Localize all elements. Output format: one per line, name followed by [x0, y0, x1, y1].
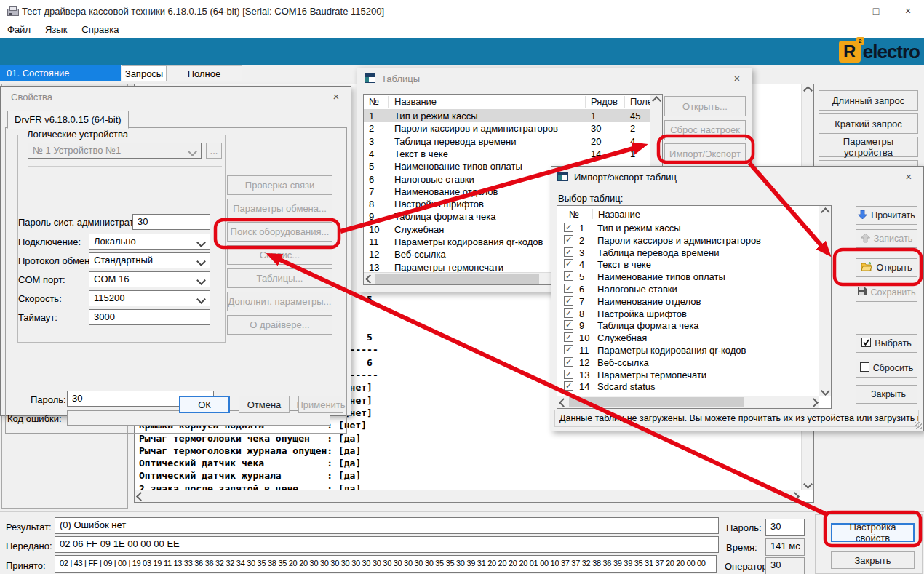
operator-label: Оператор: [725, 561, 770, 572]
table-row[interactable]: 1Тип и режим кассы145 [364, 110, 650, 122]
table-row-rows: 20 [591, 136, 601, 147]
import-button-4[interactable]: Выбрать [856, 334, 917, 353]
minimize-button[interactable]: – [828, 0, 860, 22]
import-table-row[interactable]: ✓3Таблица перевода времени [557, 247, 819, 259]
scroll-down-icon[interactable] [819, 385, 831, 396]
menu-item-1[interactable]: Язык [38, 22, 74, 37]
table-row[interactable]: 3Таблица перевода времени204 [364, 135, 650, 148]
scroll-right-icon[interactable] [808, 396, 819, 408]
import-button-label: Открыть [876, 263, 912, 273]
logical-devices-label: Логические устройства [24, 129, 131, 140]
import-button-5[interactable]: Сбросить [856, 359, 917, 378]
scrollbar-thumb[interactable] [569, 397, 744, 407]
scroll-up-icon[interactable] [819, 206, 831, 218]
checkbox-empty-icon [860, 362, 869, 374]
checkbox-checked-icon[interactable]: ✓ [564, 308, 573, 318]
table-row[interactable]: 4Текст в чеке141 [364, 148, 650, 160]
import-table-row[interactable]: ✓9Таблица формата чека [557, 319, 819, 332]
import-table-row[interactable]: ✓14Sdcard status [557, 380, 819, 393]
checkbox-checked-icon[interactable]: ✓ [564, 235, 573, 244]
import-table-row[interactable]: ✓11Параметры кодирования qr-кодов [557, 344, 819, 356]
driver-version-tab[interactable]: DrvFR v6.18.0.15 (64-bit) [7, 111, 129, 129]
import-table-row[interactable]: ✓7Наименование отделов [557, 295, 819, 308]
import-table-row[interactable]: ✓4Текст в чеке [557, 258, 819, 271]
checkbox-checked-icon[interactable]: ✓ [564, 357, 573, 367]
import-button-2[interactable]: Открыть [856, 258, 917, 277]
device-browse-button[interactable]: ... [206, 143, 222, 159]
table-row-num: 8 [369, 199, 374, 210]
import-button-6[interactable]: Закрыть [856, 385, 917, 404]
checkbox-checked-icon[interactable]: ✓ [564, 332, 573, 342]
resize-grip[interactable] [915, 422, 922, 429]
scroll-right-icon[interactable] [789, 490, 800, 502]
import-table-row[interactable]: ✓2Пароли кассиров и администраторов [557, 234, 819, 247]
import-vscrollbar[interactable] [819, 206, 831, 396]
import-row-num: 8 [579, 308, 584, 319]
table-row-num: 9 [369, 211, 374, 222]
import-table-row[interactable]: ✓1Тип и режим кассы [557, 222, 819, 234]
console-hscrollbar[interactable] [135, 490, 800, 502]
import-button-0[interactable]: Прочитать [856, 206, 917, 225]
close-main-button[interactable]: Закрыть [831, 551, 915, 569]
prop-field-input-0[interactable]: 30 [132, 214, 210, 230]
scroll-left-icon[interactable] [557, 396, 569, 408]
import-table-row[interactable]: ✓12Веб-ссылка [557, 356, 819, 369]
checkbox-checked-icon[interactable]: ✓ [564, 381, 573, 391]
time-label: Время: [726, 542, 757, 553]
prop-field-combo-2[interactable]: Стандартный [89, 252, 210, 268]
menu-item-0[interactable]: Файл [0, 22, 38, 37]
prop-field-combo-1[interactable]: Локально [89, 234, 210, 250]
tab-full-state[interactable]: Полное состояние [167, 65, 242, 81]
import-tables-list[interactable]: № Название ✓1Тип и режим кассы✓2Пароли к… [557, 205, 832, 409]
cancel-button[interactable]: Отмена [239, 396, 290, 413]
scroll-up-icon[interactable] [802, 84, 813, 96]
checkbox-checked-icon[interactable]: ✓ [564, 259, 573, 268]
right-button-0[interactable]: Длинный запрос [819, 90, 918, 111]
prop-field-input-5[interactable]: 3000 [89, 309, 210, 325]
scrollbar-thumb[interactable] [375, 274, 539, 284]
import-table-row[interactable]: ✓8Настройка шрифтов [557, 308, 819, 320]
right-button-2[interactable]: Параметры устройства [819, 137, 918, 157]
tab-state[interactable]: 01. Состояние [0, 65, 121, 81]
checkbox-checked-icon[interactable]: ✓ [564, 296, 573, 306]
import-hscrollbar[interactable] [557, 396, 819, 408]
right-button-1[interactable]: Краткий запрос [819, 113, 918, 134]
scroll-left-icon[interactable] [135, 490, 146, 502]
menu-item-2[interactable]: Справка [74, 22, 126, 37]
close-icon[interactable]: × [322, 87, 351, 106]
checkbox-checked-icon[interactable]: ✓ [564, 345, 573, 354]
import-table-row[interactable]: ✓6Налоговые ставки [557, 283, 819, 295]
maximize-button[interactable]: □ [860, 0, 892, 22]
close-button[interactable]: × [892, 0, 924, 22]
checkbox-checked-icon[interactable]: ✓ [564, 284, 573, 293]
prop-field-combo-4[interactable]: 115200 [89, 290, 210, 306]
import-table-row[interactable]: ✓13Параметры термопечати [557, 369, 819, 381]
password-field[interactable]: 30 [765, 519, 805, 536]
close-icon[interactable]: × [722, 68, 752, 88]
prop-field-combo-3[interactable]: COM 16 [89, 271, 210, 287]
scroll-up-icon[interactable] [650, 95, 662, 106]
checkbox-checked-icon[interactable]: ✓ [564, 320, 573, 330]
received-field[interactable]: 02 | 43 | FF | 09 | 00 | 19 03 19 11 13 … [55, 555, 717, 573]
scroll-left-icon[interactable] [364, 273, 375, 284]
close-icon[interactable]: × [894, 167, 923, 186]
sent-field[interactable]: 02 06 FF 09 1E 00 00 00 EE [55, 536, 719, 553]
checkbox-checked-icon[interactable]: ✓ [564, 223, 573, 232]
table-row-num: 11 [369, 236, 379, 247]
import-table-row[interactable]: ✓5Наименование типов оплаты [557, 271, 819, 283]
apply-button: Применить [298, 396, 343, 413]
tab-requests[interactable]: Запросы [122, 65, 167, 81]
folder-open-icon [861, 262, 872, 274]
scroll-down-icon[interactable] [802, 478, 813, 490]
import-row-name: Веб-ссылка [597, 357, 649, 368]
result-field[interactable]: (0) Ошибок нет [55, 517, 719, 534]
checkbox-checked-icon[interactable]: ✓ [564, 271, 573, 281]
import-table-row[interactable]: ✓10Служебная [557, 332, 819, 344]
properties-setup-button[interactable]: Настройка свойств [831, 523, 915, 542]
checkbox-checked-icon[interactable]: ✓ [564, 370, 573, 379]
checkbox-checked-icon[interactable]: ✓ [564, 247, 573, 257]
ok-button[interactable]: ОК [179, 396, 230, 413]
received-label: Принято: [6, 560, 46, 571]
device-select: № 1 Устройство №1 [28, 143, 202, 159]
table-row[interactable]: 2Пароли кассиров и администраторов302 [364, 122, 650, 135]
